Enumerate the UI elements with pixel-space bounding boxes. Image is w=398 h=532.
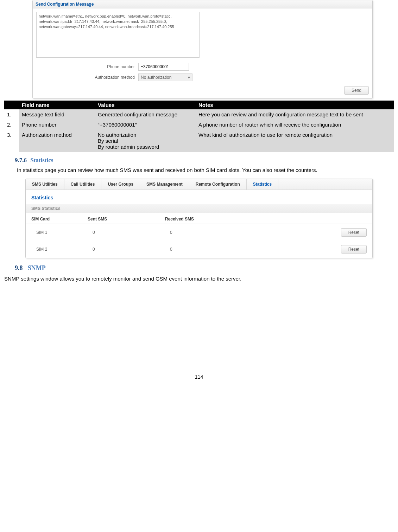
row-num: 3. [4,130,19,152]
section-heading-976: 9.7.6 Statistics [15,157,394,164]
statistics-panel: SMS Utilities Call Utilities User Groups… [25,179,373,258]
row-num: 2. [4,120,19,130]
col-recv: Received SMS [165,217,367,222]
stats-subheading: SMS Statistics [26,204,372,213]
row-values: No authorization By serial By router adm… [95,130,196,152]
col-sim: SIM Card [31,217,88,222]
row-field: Authorization method [19,130,95,152]
stats-columns: SIM Card Sent SMS Received SMS [26,213,372,224]
col-num [4,101,19,109]
tabs: SMS Utilities Call Utilities User Groups… [26,179,372,190]
section-title: Statistics [30,157,53,164]
section-heading-98: 9.8 SNMP [15,264,394,272]
tab-sms-utilities[interactable]: SMS Utilities [26,179,64,190]
cell-sent: 0 [93,230,170,235]
field-definitions-table: Field name Values Notes 1. Message text … [4,101,394,152]
cell-sim: SIM 1 [31,230,93,235]
message-text-field[interactable]: network.wan.ifname=eth1, network.ppp.ena… [36,12,200,58]
page-number: 114 [4,374,394,387]
chevron-down-icon: ▾ [188,75,190,80]
snmp-paragraph: SNMP settings window allows you to remot… [4,275,394,282]
tab-sms-management[interactable]: SMS Management [140,179,189,190]
col-fieldname: Field name [19,101,95,109]
tab-statistics[interactable]: Statistics [247,179,278,190]
phone-input[interactable] [138,63,189,71]
auth-label: Authorization method [36,75,138,80]
row-notes: Here you can review and modify configura… [196,109,394,120]
col-values: Values [95,101,196,109]
stats-row: SIM 2 0 0 Reset [26,241,372,258]
table-row: 1. Message text field Generated configur… [4,109,394,120]
stats-row: SIM 1 0 0 Reset [26,224,372,241]
auth-select-value: No authorization [141,75,171,80]
row-values: Generated configuration message [95,109,196,120]
row-notes: What kind of authorization to use for re… [196,130,394,152]
col-notes: Notes [196,101,394,109]
phone-label: Phone number [36,64,138,69]
statistics-paragraph: In statistics page you can review how mu… [4,167,394,174]
cell-sim: SIM 2 [31,247,93,252]
cell-recv: 0 [170,230,335,235]
panel-title: Send Configuration Message [33,0,372,8]
row-notes: A phone number of router which will rece… [196,120,394,130]
reset-button[interactable]: Reset [341,245,367,254]
tab-user-groups[interactable]: User Groups [101,179,140,190]
row-values: “+37060000001” [95,120,196,130]
tab-call-utilities[interactable]: Call Utilities [64,179,102,190]
config-message-panel: Send Configuration Message network.wan.i… [32,0,373,98]
row-num: 1. [4,109,19,120]
table-row: 2. Phone number “+37060000001” A phone n… [4,120,394,130]
section-title: SNMP [28,264,46,271]
section-num: 9.7.6 [15,157,27,164]
send-button[interactable]: Send [344,86,369,95]
cell-sent: 0 [93,247,170,252]
row-field: Message text field [19,109,95,120]
row-field: Phone number [19,120,95,130]
auth-select[interactable]: No authorization ▾ [138,73,192,81]
reset-button[interactable]: Reset [341,228,367,237]
auth-row: Authorization method No authorization ▾ [36,73,372,81]
col-sent: Sent SMS [88,217,165,222]
table-row: 3. Authorization method No authorization… [4,130,394,152]
cell-recv: 0 [170,247,335,252]
stats-heading: Statistics [26,190,372,204]
phone-row: Phone number [36,63,372,71]
tab-remote-configuration[interactable]: Remote Configuration [189,179,247,190]
section-num: 9.8 [15,264,23,271]
